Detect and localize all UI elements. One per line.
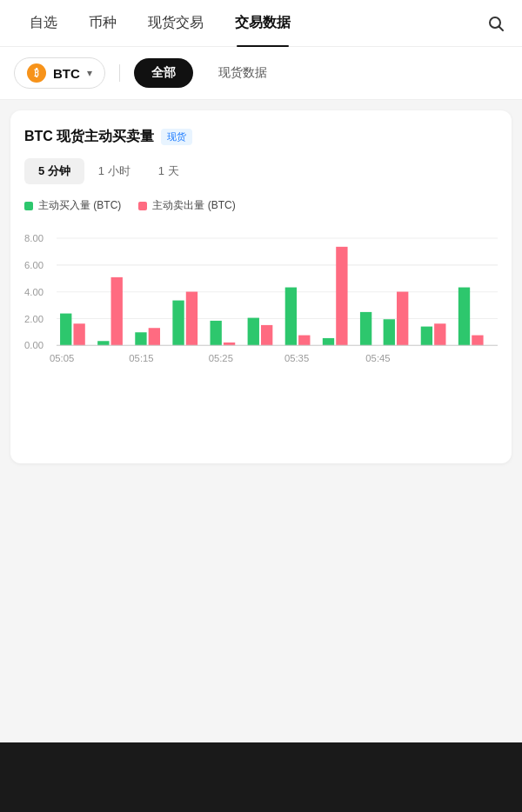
nav-item-spot-trade[interactable]: 现货交易 [132, 0, 219, 47]
search-icon [487, 15, 505, 32]
chart-area: 8.00 6.00 4.00 2.00 0.00 [24, 223, 498, 449]
bar-buy [384, 319, 395, 345]
type-buttons: 全部 现货数据 [134, 58, 285, 88]
spot-data-button[interactable]: 现货数据 [200, 58, 285, 88]
coin-name-label: BTC [53, 66, 80, 81]
bar-sell [434, 323, 445, 345]
buy-color-dot [24, 202, 33, 210]
bar-buy [172, 301, 184, 346]
time-tab-1hour[interactable]: 1 小时 [84, 158, 144, 184]
legend-buy-label: 主动买入量 (BTC) [38, 198, 121, 213]
svg-text:05:15: 05:15 [129, 353, 153, 363]
bar-sell [149, 328, 160, 345]
btc-icon: ₿ [27, 63, 46, 83]
coin-selector[interactable]: ₿ BTC ▾ [14, 57, 105, 89]
nav-item-trade-data[interactable]: 交易数据 [219, 0, 306, 47]
search-button[interactable] [484, 11, 508, 36]
bar-buy [210, 321, 221, 345]
legend-sell: 主动卖出量 (BTC) [138, 198, 235, 213]
chart-title-row: BTC 现货主动买卖量 现货 [24, 128, 498, 146]
bar-buy [135, 332, 146, 345]
bar-buy [248, 318, 259, 346]
svg-text:6.00: 6.00 [24, 260, 44, 270]
bar-sell [186, 292, 197, 346]
bar-buy [97, 341, 109, 345]
bar-sell [261, 325, 272, 345]
chevron-down-icon: ▾ [87, 67, 92, 79]
svg-line-1 [499, 26, 504, 30]
chart-legend: 主动买入量 (BTC) 主动卖出量 (BTC) [24, 198, 498, 213]
svg-text:05:35: 05:35 [284, 353, 309, 363]
time-tab-5min[interactable]: 5 分钟 [24, 158, 84, 184]
divider [119, 64, 120, 82]
bar-buy [360, 312, 371, 345]
filter-bar: ₿ BTC ▾ 全部 现货数据 [0, 47, 522, 100]
bar-sell [73, 323, 84, 345]
bar-buy [458, 288, 470, 346]
bar-sell [472, 336, 483, 346]
svg-text:4.00: 4.00 [24, 287, 44, 297]
svg-text:05:25: 05:25 [209, 353, 233, 363]
time-tab-1day[interactable]: 1 天 [144, 158, 193, 184]
bar-sell [111, 277, 123, 345]
svg-text:8.00: 8.00 [24, 233, 44, 243]
svg-text:0.00: 0.00 [24, 340, 44, 350]
bar-chart-svg: 8.00 6.00 4.00 2.00 0.00 [24, 223, 498, 449]
top-navigation: 自选 币种 现货交易 交易数据 [0, 0, 522, 47]
bottom-bar [0, 742, 522, 812]
spot-badge: 现货 [161, 129, 192, 145]
bar-buy [323, 338, 334, 345]
svg-text:05:05: 05:05 [50, 353, 74, 363]
bar-sell [397, 292, 408, 346]
all-type-button[interactable]: 全部 [134, 58, 193, 88]
time-tabs: 5 分钟 1 小时 1 天 [24, 158, 498, 184]
legend-sell-label: 主动卖出量 (BTC) [152, 198, 235, 213]
svg-text:2.00: 2.00 [24, 314, 44, 324]
nav-item-coins[interactable]: 币种 [73, 0, 132, 47]
chart-title: BTC 现货主动买卖量 [24, 128, 154, 146]
legend-buy: 主动买入量 (BTC) [24, 198, 121, 213]
sell-color-dot [138, 202, 147, 210]
chart-card: BTC 现货主动买卖量 现货 5 分钟 1 小时 1 天 主动买入量 (BTC)… [10, 110, 512, 463]
bar-sell [336, 247, 347, 345]
bar-buy [285, 288, 297, 346]
nav-items: 自选 币种 现货交易 交易数据 [14, 0, 484, 47]
nav-item-watchlist[interactable]: 自选 [14, 0, 73, 47]
bar-buy [60, 314, 71, 346]
bar-buy [421, 327, 432, 346]
svg-text:05:45: 05:45 [365, 353, 390, 363]
bar-sell [298, 336, 310, 346]
